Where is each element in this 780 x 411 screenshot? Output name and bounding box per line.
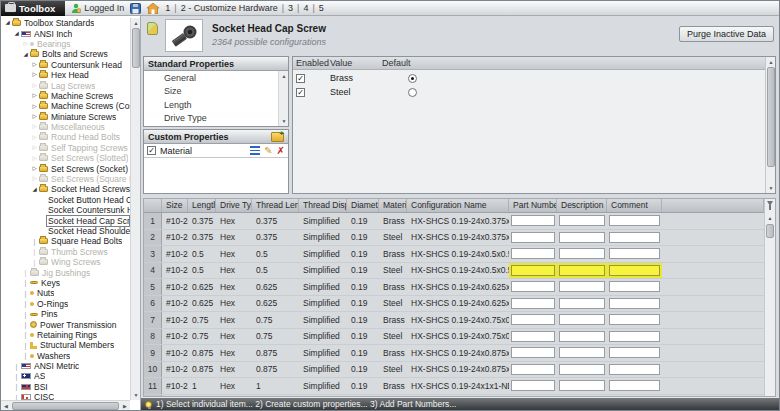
tree-item-socket-head-shoulder-scre[interactable]: Socket Head Shoulder Scre: [1, 226, 130, 236]
tree-vscroll-thumb[interactable]: [132, 28, 140, 68]
description-input[interactable]: [559, 298, 605, 309]
tree-item-miscellaneous[interactable]: ▷Miscellaneous: [1, 122, 130, 132]
tree-item-socket-head-screws[interactable]: ◢Socket Head Screws: [1, 184, 130, 194]
tree-item-bearings[interactable]: ▷Bearings: [1, 39, 130, 49]
tree-vscrollbar[interactable]: ▲ ▼: [130, 18, 140, 400]
cell-size[interactable]: #10-24: [162, 213, 188, 229]
tree-item-hex-head[interactable]: ▷Hex Head: [1, 70, 130, 80]
scroll-up-icon[interactable]: ▲: [766, 57, 776, 67]
collapsed-arrow-icon[interactable]: ▷: [30, 72, 39, 78]
cell-drive-type[interactable]: Hex: [216, 329, 252, 345]
expanded-arrow-icon[interactable]: ◢: [12, 31, 21, 37]
scroll-down-icon[interactable]: ▼: [766, 183, 776, 193]
tree-item-socket-button-head-cap-sc[interactable]: Socket Button Head Cap Sc: [1, 195, 130, 205]
cell-size[interactable]: #10-24: [162, 378, 188, 394]
collapsed-arrow-icon[interactable]: ▷: [30, 176, 39, 182]
cell-diameter[interactable]: 0.19: [347, 329, 379, 345]
cell-thread-display[interactable]: Simplified: [299, 312, 347, 328]
description-input[interactable]: [559, 265, 605, 276]
default-radio[interactable]: [408, 74, 417, 83]
row-number-cell[interactable]: 10: [144, 362, 162, 378]
cell-thread-display[interactable]: Simplified: [299, 362, 347, 378]
row-number-cell[interactable]: 5: [144, 279, 162, 295]
cell-length[interactable]: 0.375: [188, 213, 216, 229]
tree-item-ansi-inch[interactable]: ◢ANSI Inch: [1, 28, 130, 38]
expanded-arrow-icon[interactable]: ◢: [30, 187, 39, 193]
part-number-input[interactable]: [511, 232, 555, 243]
tree-item-set-screws-square-head[interactable]: ▷Set Screws (Square Head): [1, 174, 130, 184]
cell-material[interactable]: Brass: [379, 246, 407, 262]
row-number-cell[interactable]: 1: [144, 213, 162, 229]
cell-diameter[interactable]: 0.19: [347, 279, 379, 295]
cell-length[interactable]: 0.875: [188, 345, 216, 361]
cell-thread-length[interactable]: 0.5: [252, 246, 299, 262]
part-number-input[interactable]: [511, 298, 555, 309]
wizard-step-4[interactable]: 4: [303, 3, 308, 13]
default-radio[interactable]: [408, 88, 417, 97]
tree-item-ansi-metric[interactable]: |ANSI Metric: [1, 361, 130, 371]
collapsed-arrow-icon[interactable]: ▷: [30, 124, 39, 130]
collapsed-arrow-icon[interactable]: ▷: [30, 62, 39, 68]
value-panel-scrollbar[interactable]: ▲ ▼: [765, 57, 775, 193]
comment-input[interactable]: [609, 380, 660, 391]
cell-length[interactable]: 0.75: [188, 329, 216, 345]
row-number-cell[interactable]: 4: [144, 263, 162, 279]
cell-length[interactable]: 0.375: [188, 230, 216, 246]
cell-drive-type[interactable]: Hex: [216, 296, 252, 312]
cell-thread-display[interactable]: Simplified: [299, 213, 347, 229]
cell-diameter[interactable]: 0.19: [347, 213, 379, 229]
cell-size[interactable]: [162, 395, 188, 397]
value-panel-scroll-thumb[interactable]: [767, 67, 775, 167]
cell-length[interactable]: 0.625: [188, 279, 216, 295]
cell-drive-type[interactable]: [216, 395, 252, 397]
comment-input[interactable]: [609, 298, 660, 309]
comment-input[interactable]: [609, 281, 660, 292]
cell-thread-length[interactable]: 0.5: [252, 263, 299, 279]
part-number-input[interactable]: [511, 281, 555, 292]
column-header-thread-display[interactable]: Thread Display: [299, 199, 347, 212]
cell-drive-type[interactable]: Hex: [216, 362, 252, 378]
home-icon[interactable]: [147, 3, 159, 14]
row-number-cell[interactable]: 7: [144, 312, 162, 328]
tree-item-round-head-bolts[interactable]: ▷Round Head Bolts: [1, 132, 130, 142]
tree-item-self-tapping-screws[interactable]: ▷Self Tapping Screws: [1, 143, 130, 153]
enabled-checkbox[interactable]: ✓: [296, 88, 305, 97]
collapsed-arrow-icon[interactable]: ▷: [30, 135, 39, 141]
cell-configuration-name[interactable]: HX-SHCS 0.19-24x1x1-NB: [407, 378, 509, 394]
part-number-input[interactable]: [511, 248, 555, 259]
description-input[interactable]: [559, 380, 605, 391]
collapsed-arrow-icon[interactable]: ▷: [30, 114, 39, 120]
cell-thread-length[interactable]: 1: [252, 378, 299, 394]
tree-item-keys[interactable]: |Keys: [1, 278, 130, 288]
cell-thread-length[interactable]: [252, 395, 299, 397]
cell-size[interactable]: #10-24: [162, 279, 188, 295]
scroll-up-icon[interactable]: ▲: [131, 18, 141, 28]
description-input[interactable]: [559, 248, 605, 259]
cell-size[interactable]: #10-24: [162, 263, 188, 279]
description-input[interactable]: [559, 281, 605, 292]
cell-thread-display[interactable]: Simplified: [299, 296, 347, 312]
cell-thread-length[interactable]: 0.625: [252, 279, 299, 295]
cell-thread-length[interactable]: 0.625: [252, 296, 299, 312]
comment-input[interactable]: [609, 347, 660, 358]
cell-diameter[interactable]: 0.19: [347, 246, 379, 262]
collapsed-arrow-icon[interactable]: ▷: [21, 41, 30, 47]
cell-thread-length[interactable]: 0.75: [252, 329, 299, 345]
cell-material[interactable]: Brass: [379, 345, 407, 361]
collapsed-arrow-icon[interactable]: ▷: [30, 166, 39, 172]
comment-input[interactable]: [609, 331, 660, 342]
part-number-input[interactable]: [511, 380, 555, 391]
cell-drive-type[interactable]: Hex: [216, 263, 252, 279]
cell-size[interactable]: #10-24: [162, 312, 188, 328]
comment-input[interactable]: [609, 364, 660, 375]
column-header-drive-type[interactable]: Drive Type: [216, 199, 252, 212]
tree-item-o-rings[interactable]: |O-Rings: [1, 299, 130, 309]
property-list-icon[interactable]: [250, 146, 260, 155]
tree-item-nuts[interactable]: |Nuts: [1, 288, 130, 298]
row-number-cell[interactable]: 3: [144, 246, 162, 262]
standard-properties-scrollbar[interactable]: ▲ ▼: [278, 71, 288, 126]
description-input[interactable]: [559, 314, 605, 325]
cell-length[interactable]: 0.75: [188, 312, 216, 328]
cell-material[interactable]: Steel: [379, 329, 407, 345]
expanded-arrow-icon[interactable]: ◢: [21, 52, 30, 58]
